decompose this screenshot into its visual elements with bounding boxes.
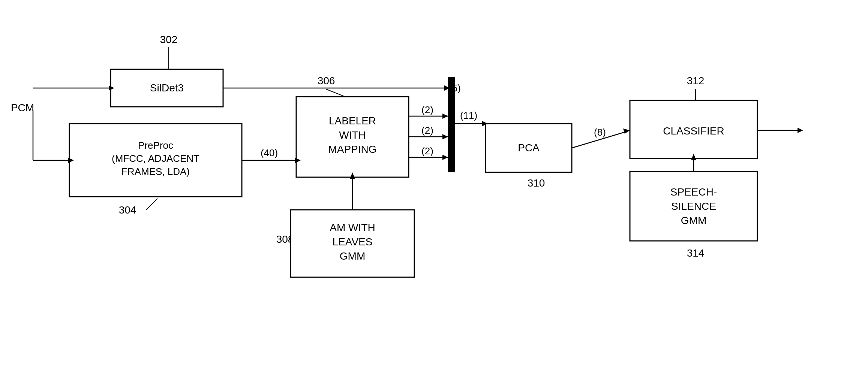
preproc-label-3: FRAMES, LDA) — [121, 166, 190, 177]
svg-line-1 — [146, 199, 157, 210]
am-gmm-label-3: GMM — [340, 250, 365, 262]
ref-304: 304 — [119, 204, 136, 216]
svg-line-2 — [326, 89, 345, 97]
label-2c: (2) — [421, 145, 433, 157]
speech-label-2: SILENCE — [671, 200, 716, 212]
label-8: (8) — [594, 127, 606, 138]
speech-label-1: SPEECH- — [670, 186, 717, 198]
label-2b: (2) — [421, 125, 433, 136]
classifier-label: CLASSIFIER — [663, 125, 724, 137]
am-gmm-label-2: LEAVES — [333, 236, 373, 248]
ref-314: 314 — [687, 247, 705, 259]
pca-label: PCA — [518, 142, 540, 154]
diagram-container: 302 304 306 308 310 312 314 SilDet3 PreP… — [0, 0, 868, 375]
arrow-labeler-2a — [442, 114, 448, 119]
ref-312: 312 — [687, 75, 705, 87]
speech-label-3: GMM — [681, 215, 706, 226]
preproc-label-1: PreProc — [138, 140, 173, 151]
am-gmm-label-1: AM WITH — [330, 222, 375, 233]
join-bar — [448, 77, 455, 172]
ref-302: 302 — [160, 34, 178, 45]
labeler-label-1: LABELER — [329, 115, 376, 127]
arrow-labeler-2b — [442, 134, 448, 139]
preproc-label-2: (MFCC, ADJACENT — [112, 153, 199, 164]
labeler-label-2: WITH — [339, 129, 366, 141]
arrow-labeler-2c — [442, 155, 448, 160]
sildet3-label: SilDet3 — [150, 82, 184, 94]
label-11: (11) — [460, 110, 477, 121]
arrow-pca-classifier — [623, 128, 630, 134]
ref-310: 310 — [528, 177, 545, 189]
ref-306: 306 — [318, 75, 335, 87]
labeler-label-3: MAPPING — [328, 143, 376, 155]
arrow-classifier-output — [798, 128, 803, 133]
pcm-label: PCM — [11, 102, 34, 114]
label-40: (40) — [261, 147, 278, 158]
label-2a: (2) — [421, 104, 433, 115]
